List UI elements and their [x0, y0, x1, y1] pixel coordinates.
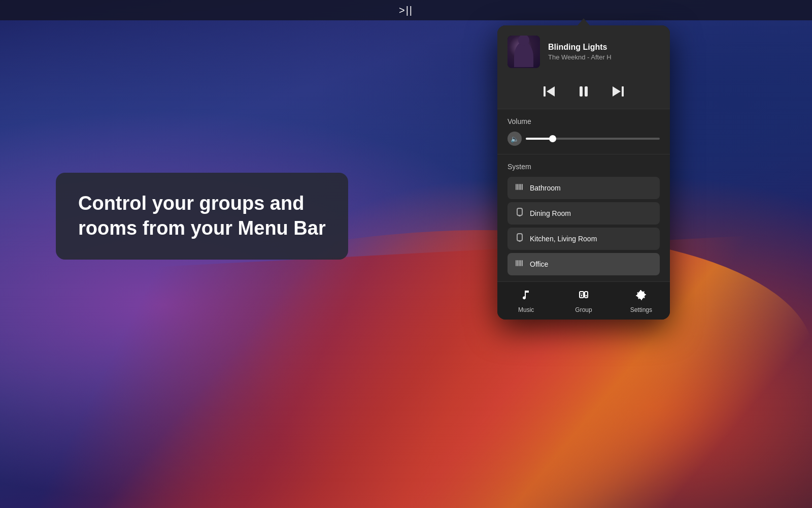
svg-rect-14	[519, 241, 521, 242]
svg-rect-16	[517, 260, 518, 266]
svg-rect-10	[522, 184, 523, 190]
dining-room-icon	[515, 207, 525, 219]
svg-rect-15	[516, 260, 517, 266]
svg-rect-6	[516, 184, 517, 190]
svg-rect-22	[580, 293, 584, 295]
system-section: System Bathroom	[497, 154, 670, 281]
office-label: Office	[530, 260, 548, 268]
svg-rect-12	[519, 215, 521, 216]
svg-rect-17	[519, 260, 520, 266]
svg-rect-9	[520, 184, 521, 190]
volume-low-icon: 🔈	[511, 135, 519, 143]
svg-rect-0	[544, 86, 546, 97]
svg-rect-11	[517, 208, 522, 215]
svg-marker-1	[547, 86, 555, 97]
svg-rect-19	[522, 260, 523, 266]
track-artist: The Weeknd - After H	[548, 53, 660, 61]
pause-button[interactable]	[577, 84, 591, 99]
album-art	[507, 36, 540, 68]
room-item-dining-room[interactable]: Dining Room	[507, 202, 660, 225]
dining-room-label: Dining Room	[530, 209, 571, 217]
volume-icon-wrap: 🔈	[507, 132, 522, 146]
system-label: System	[507, 163, 660, 171]
svg-rect-18	[520, 260, 521, 266]
artist-silhouette	[514, 42, 533, 67]
volume-section: Volume 🔈	[497, 109, 670, 154]
settings-icon	[635, 289, 647, 304]
room-list: Bathroom Dining Room K	[507, 177, 660, 275]
svg-rect-13	[517, 234, 522, 241]
wallpaper-swoosh2	[0, 230, 812, 508]
settings-nav-label: Settings	[630, 306, 652, 313]
music-nav-label: Music	[518, 306, 534, 313]
menu-bar-play-pause-icon[interactable]: >||	[399, 5, 413, 16]
svg-rect-24	[585, 292, 588, 298]
svg-rect-3	[585, 86, 588, 97]
group-icon	[578, 289, 590, 304]
bathroom-label: Bathroom	[530, 184, 561, 192]
popup-caret	[578, 18, 590, 25]
kitchen-living-icon	[515, 233, 525, 245]
room-item-office[interactable]: Office	[507, 253, 660, 275]
kitchen-living-label: Kitchen, Living Room	[530, 235, 597, 243]
room-item-bathroom[interactable]: Bathroom	[507, 177, 660, 199]
svg-marker-5	[613, 86, 621, 97]
volume-label: Volume	[507, 117, 660, 125]
volume-thumb[interactable]	[549, 135, 556, 142]
nav-item-settings[interactable]: Settings	[613, 282, 670, 320]
svg-rect-8	[519, 184, 520, 190]
info-tooltip-text: Control your groups androoms from your M…	[78, 193, 326, 239]
album-art-inner	[507, 36, 540, 68]
now-playing-section: Blinding Lights The Weeknd - After H	[497, 25, 670, 76]
bottom-nav: Music Group Settings	[497, 281, 670, 320]
group-nav-label: Group	[575, 306, 592, 313]
track-title: Blinding Lights	[548, 43, 660, 52]
info-tooltip: Control your groups androoms from your M…	[56, 173, 348, 260]
menu-bar: >||	[0, 0, 812, 20]
playback-controls	[497, 76, 670, 109]
bathroom-icon	[515, 182, 525, 194]
next-button[interactable]	[611, 84, 625, 99]
popup-panel: Blinding Lights The Weeknd - After H Vo	[497, 25, 670, 320]
svg-rect-4	[622, 86, 624, 97]
office-icon	[515, 258, 525, 270]
svg-point-25	[585, 295, 587, 297]
volume-track[interactable]	[526, 138, 660, 140]
previous-button[interactable]	[542, 84, 556, 99]
nav-item-music[interactable]: Music	[497, 282, 555, 320]
svg-rect-2	[580, 86, 583, 97]
svg-point-23	[581, 295, 582, 297]
svg-rect-7	[517, 184, 518, 190]
nav-item-group[interactable]: Group	[555, 282, 612, 320]
track-info: Blinding Lights The Weeknd - After H	[548, 43, 660, 61]
volume-slider-container[interactable]: 🔈	[507, 132, 660, 146]
room-item-kitchen-living[interactable]: Kitchen, Living Room	[507, 228, 660, 250]
music-icon	[520, 289, 532, 304]
